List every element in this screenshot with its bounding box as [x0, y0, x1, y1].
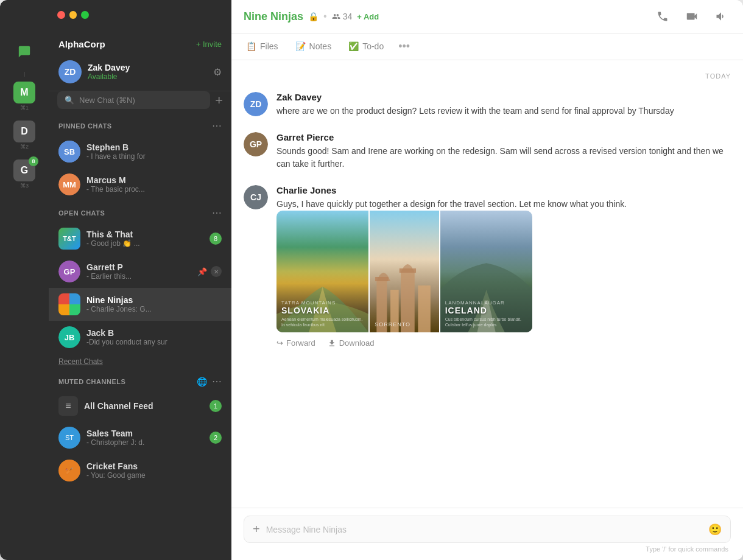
pinned-chats-more-icon[interactable]: ⋯ — [212, 120, 222, 131]
emoji-button[interactable]: 🙂 — [708, 523, 722, 536]
forward-button[interactable]: ↪ Forward — [276, 338, 315, 348]
more-tabs-icon[interactable]: ••• — [398, 40, 410, 53]
sales-team-preview: - Christopher J: d. — [86, 438, 203, 447]
pinned-chat-marcus[interactable]: MM Marcus M - The basic proc... — [49, 168, 231, 201]
sales-team-name: Sales Team — [86, 429, 203, 438]
message-plus-icon[interactable]: + — [253, 522, 260, 536]
pinned-chat-stephen[interactable]: SB Stephen B - I have a thing for — [49, 135, 231, 168]
pinned-chats-section-header: PINNED CHATS ⋯ — [49, 114, 231, 135]
zak-message-content: Zak Davey where are we on the product de… — [276, 92, 731, 117]
sub-header-tabs: 📋 Files 📝 Notes ✅ To-do ••• — [231, 33, 743, 60]
open-chats-more-icon[interactable]: ⋯ — [212, 207, 222, 219]
video-call-button[interactable] — [682, 7, 702, 26]
nine-ninjas-avatar — [58, 293, 80, 315]
tab-todo[interactable]: ✅ To-do — [346, 33, 386, 60]
garrett-pin-icon: 📌 — [197, 267, 207, 276]
traffic-light-red[interactable] — [57, 11, 65, 19]
forward-icon: ↪ — [276, 338, 283, 348]
garret-message-name: Garret Pierce — [276, 132, 731, 142]
message-zak: ZD Zak Davey where are we on the product… — [244, 92, 731, 117]
chat-icon-btn[interactable] — [12, 39, 37, 65]
cricket-fans-preview: - You: Good game — [86, 471, 222, 480]
channel-cricket-fans[interactable]: 🏏 Cricket Fans - You: Good game — [49, 454, 231, 487]
zak-message-name: Zak Davey — [276, 92, 731, 102]
garret-message-text: Sounds good! Sam and Irene are working o… — [276, 145, 731, 170]
garrett-preview: - Earlier this... — [86, 272, 191, 281]
all-channel-feed-badge: 1 — [210, 400, 222, 412]
invite-button[interactable]: + Invite — [196, 40, 222, 49]
files-icon: 📋 — [246, 41, 256, 51]
open-chats-title: OPEN CHATS — [58, 209, 105, 217]
pinned-chats-title: PINNED CHATS — [58, 122, 112, 130]
message-input-box: + 🙂 — [244, 516, 731, 543]
open-chats-section-header: OPEN CHATS ⋯ — [49, 201, 231, 222]
channel-sales-team[interactable]: ST Sales Team - Christopher J: d. 2 — [49, 421, 231, 454]
muted-channels-more-icon[interactable]: ⋯ — [212, 376, 222, 387]
workspace-d[interactable]: D ⌘2 — [13, 121, 35, 150]
search-icon: 🔍 — [65, 96, 74, 105]
traffic-light-yellow[interactable] — [69, 11, 77, 19]
workspace-m[interactable]: M ⌘1 — [13, 82, 35, 111]
marcus-preview: - The basic proc... — [86, 185, 222, 194]
lock-icon: 🔒 — [308, 12, 319, 21]
all-channel-feed-icon: ≡ — [58, 396, 78, 416]
travel-collage: TATRA MOUNTAINS SLOVAKIA Aenean elementu… — [276, 211, 532, 332]
chat-name-main: Nine Ninjas — [244, 10, 303, 23]
add-member-button[interactable]: + Add — [357, 12, 379, 21]
separator-dot-1: • — [323, 11, 327, 22]
jack-info: Jack B -Did you conduct any sur — [86, 328, 222, 346]
workspace-g[interactable]: G 8 ⌘3 — [13, 159, 35, 189]
chat-title-area: Nine Ninjas 🔒 • 34 + Add — [244, 10, 379, 23]
tab-files[interactable]: 📋 Files — [244, 33, 281, 60]
stephen-chat-info: Stephen B - I have a thing for — [86, 142, 222, 161]
jack-avatar: JB — [58, 326, 80, 348]
message-actions: ↪ Forward Download — [276, 338, 731, 348]
this-and-that-info: This & That - Good job 👏 ... — [86, 229, 203, 248]
stephen-avatar: SB — [58, 141, 80, 163]
iceland-label: LANDMANNALAUGAR ICELAND Cus bibendum cur… — [445, 300, 527, 327]
muted-channels-section-header: MUTED CHANNELS 🌐 ⋯ — [49, 369, 231, 391]
cricket-fans-avatar: 🏏 — [58, 460, 80, 481]
garrett-close-icon[interactable]: ✕ — [211, 266, 222, 277]
recent-chats-link[interactable]: Recent Chats — [49, 354, 231, 369]
chat-nine-ninjas[interactable]: Nine Ninjas - Charlie Jones: G... — [49, 288, 231, 321]
charlie-message-content: Charlie Jones Guys, I have quickly put t… — [276, 185, 731, 348]
main-chat-area: Nine Ninjas 🔒 • 34 + Add — [231, 0, 743, 560]
traffic-light-green[interactable] — [81, 11, 89, 19]
message-garret: GP Garret Pierce Sounds good! Sam and Ir… — [244, 132, 731, 170]
travel-img-iceland: LANDMANNALAUGAR ICELAND Cus bibendum cur… — [440, 211, 532, 332]
charlie-message-text: Guys, I have quickly put together a desi… — [276, 198, 731, 211]
garret-message-avatar: GP — [244, 132, 268, 156]
muted-channels-globe-icon[interactable]: 🌐 — [197, 377, 207, 387]
marcus-name: Marcus M — [86, 175, 222, 185]
mute-button[interactable] — [711, 7, 731, 26]
tab-notes[interactable]: 📝 Notes — [293, 33, 334, 60]
search-input[interactable] — [79, 96, 203, 105]
this-and-that-preview: - Good job 👏 ... — [86, 239, 203, 248]
chat-header: Nine Ninjas 🔒 • 34 + Add — [231, 0, 743, 33]
stephen-preview: - I have a thing for — [86, 152, 222, 161]
muted-channels-title: MUTED CHANNELS — [58, 378, 125, 385]
settings-gear-icon[interactable]: ⚙ — [213, 66, 222, 78]
message-input-area: + 🙂 Type '/' for quick commands — [231, 508, 743, 560]
channel-all-feed[interactable]: ≡ All Channel Feed 1 — [49, 391, 231, 421]
header-actions — [653, 7, 731, 26]
download-button[interactable]: Download — [328, 338, 375, 348]
message-input[interactable] — [266, 525, 702, 534]
profile-row: ZD Zak Davey Available ⚙ — [49, 55, 231, 91]
voice-call-button[interactable] — [653, 7, 672, 26]
chat-garrett[interactable]: GP Garrett P - Earlier this... 📌 ✕ — [49, 255, 231, 288]
profile-name: Zak Davey — [88, 63, 207, 72]
chat-jack[interactable]: JB Jack B -Did you conduct any sur — [49, 321, 231, 354]
new-chat-plus-icon[interactable]: + — [215, 93, 223, 108]
files-label: Files — [260, 41, 278, 51]
nine-ninjas-name: Nine Ninjas — [86, 295, 222, 305]
search-box[interactable]: 🔍 — [57, 91, 210, 109]
profile-status: Available — [88, 72, 207, 81]
all-channel-feed-name: All Channel Feed — [84, 401, 203, 411]
nine-ninjas-info: Nine Ninjas - Charlie Jones: G... — [86, 295, 222, 313]
workspace-g-badge: 8 — [29, 156, 38, 166]
zak-message-text: where are we on the product design? Lets… — [276, 105, 731, 117]
chat-this-and-that[interactable]: T&T This & That - Good job 👏 ... 8 — [49, 222, 231, 255]
sidebar-title: AlphaCorp — [58, 39, 105, 49]
